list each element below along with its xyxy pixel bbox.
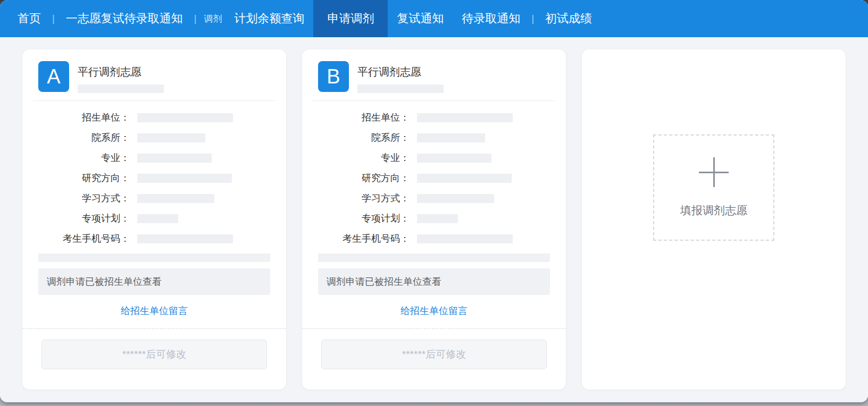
header-divider xyxy=(313,100,555,101)
status-message: 调剂申请已被招生单位查看 xyxy=(38,268,270,295)
nav-tab-retest-notice[interactable]: 复试通知 xyxy=(388,11,453,27)
add-adjustment-card: 填报调剂志愿 xyxy=(582,49,846,390)
modify-disabled-button[interactable]: ******后可修改 xyxy=(321,340,547,369)
field-label: 院系所： xyxy=(318,131,410,144)
field-row-phone-number: 考生手机号码： xyxy=(318,229,550,249)
modify-disabled-button[interactable]: ******后可修改 xyxy=(41,340,267,369)
field-value-placeholder xyxy=(417,113,513,122)
card-badge-a: A xyxy=(38,61,69,92)
field-label: 专业： xyxy=(318,151,410,164)
field-row-study-mode: 学习方式： xyxy=(38,188,270,208)
card-header: B 平行调剂志愿 xyxy=(318,61,550,93)
nav-tab-first-choice-admission-notice[interactable]: 一志愿复试待录取通知 xyxy=(57,11,192,27)
field-value-placeholder xyxy=(417,133,485,142)
field-label: 研究方向： xyxy=(38,172,130,184)
nav-tab-apply-adjustment[interactable]: 申请调剂 xyxy=(313,0,388,37)
field-value-placeholder xyxy=(137,154,212,163)
field-label: 院系所： xyxy=(38,131,130,144)
nav-tab-plan-balance-query[interactable]: 计划余额查询 xyxy=(225,11,313,27)
nav-tab-initial-exam-scores[interactable]: 初试成绩 xyxy=(536,11,601,27)
nav-separator: | xyxy=(192,13,199,24)
adjustment-card-a: A 平行调剂志愿 招生单位： 院系所： 专业： 研究方向： xyxy=(22,49,286,390)
message-to-unit-link[interactable]: 给招生单位留言 xyxy=(38,304,270,317)
field-row-phone-number: 考生手机号码： xyxy=(38,229,270,249)
field-value-placeholder xyxy=(137,214,178,223)
nav-group-label-adjustment: 调剂 xyxy=(198,13,225,25)
field-value-placeholder xyxy=(417,154,491,163)
header-divider xyxy=(33,100,276,101)
top-navigation: 首页 | 一志愿复试待录取通知 | 调剂 计划余额查询 申请调剂 复试通知 待录… xyxy=(0,0,868,37)
field-value-placeholder xyxy=(417,214,458,223)
status-message: 调剂申请已被招生单位查看 xyxy=(318,268,550,295)
field-value-placeholder xyxy=(417,174,512,183)
dashed-divider xyxy=(302,328,566,329)
add-adjustment-label: 填报调剂志愿 xyxy=(680,203,747,218)
card-title: 平行调剂志愿 xyxy=(357,65,444,79)
field-value-placeholder xyxy=(137,234,233,243)
field-value-placeholder xyxy=(137,174,232,183)
wide-placeholder-bar xyxy=(38,253,270,262)
field-label: 专项计划： xyxy=(318,212,410,225)
field-label: 招生单位： xyxy=(318,111,410,124)
app-window: 首页 | 一志愿复试待录取通知 | 调剂 计划余额查询 申请调剂 复试通知 待录… xyxy=(0,0,868,402)
dashed-divider xyxy=(22,328,286,329)
message-to-unit-link[interactable]: 给招生单位留言 xyxy=(318,304,550,317)
adjustment-card-b: B 平行调剂志愿 招生单位： 院系所： 专业： 研究方向： xyxy=(302,49,566,390)
field-row-department: 院系所： xyxy=(318,128,550,148)
field-row-research-direction: 研究方向： xyxy=(318,168,550,188)
field-row-major: 专业： xyxy=(38,148,270,168)
field-label: 学习方式： xyxy=(318,192,410,205)
field-value-placeholder xyxy=(137,113,233,122)
field-value-placeholder xyxy=(137,133,205,142)
field-label: 研究方向： xyxy=(318,172,410,184)
wide-placeholder-bar xyxy=(318,253,550,262)
field-row-research-direction: 研究方向： xyxy=(38,168,270,188)
card-header: A 平行调剂志愿 xyxy=(38,61,270,93)
nav-separator: | xyxy=(50,13,57,24)
field-label: 招生单位： xyxy=(38,111,130,124)
field-label: 考生手机号码： xyxy=(38,232,130,245)
title-placeholder-bar xyxy=(357,84,444,93)
nav-tab-pending-admission-notice[interactable]: 待录取通知 xyxy=(453,11,529,27)
field-label: 专项计划： xyxy=(38,212,130,225)
nav-separator: | xyxy=(529,13,536,24)
field-row-special-plan: 专项计划： xyxy=(318,208,550,229)
field-row-special-plan: 专项计划： xyxy=(38,208,270,229)
content-area: A 平行调剂志愿 招生单位： 院系所： 专业： 研究方向： xyxy=(0,37,868,402)
field-value-placeholder xyxy=(417,234,513,243)
field-label: 考生手机号码： xyxy=(318,232,410,245)
card-title: 平行调剂志愿 xyxy=(78,65,164,79)
field-row-study-mode: 学习方式： xyxy=(318,188,550,208)
field-row-department: 院系所： xyxy=(38,128,270,148)
field-value-placeholder xyxy=(417,194,494,203)
plus-icon xyxy=(699,157,729,187)
field-row-major: 专业： xyxy=(318,148,550,168)
title-placeholder-bar xyxy=(78,84,164,93)
field-value-placeholder xyxy=(137,194,214,203)
field-label: 专业： xyxy=(38,151,130,164)
nav-tab-home[interactable]: 首页 xyxy=(9,11,50,27)
field-label: 学习方式： xyxy=(38,192,130,205)
add-adjustment-button[interactable]: 填报调剂志愿 xyxy=(653,134,774,241)
field-row-recruiting-unit: 招生单位： xyxy=(38,107,270,128)
field-row-recruiting-unit: 招生单位： xyxy=(318,107,550,128)
card-badge-b: B xyxy=(318,61,349,92)
